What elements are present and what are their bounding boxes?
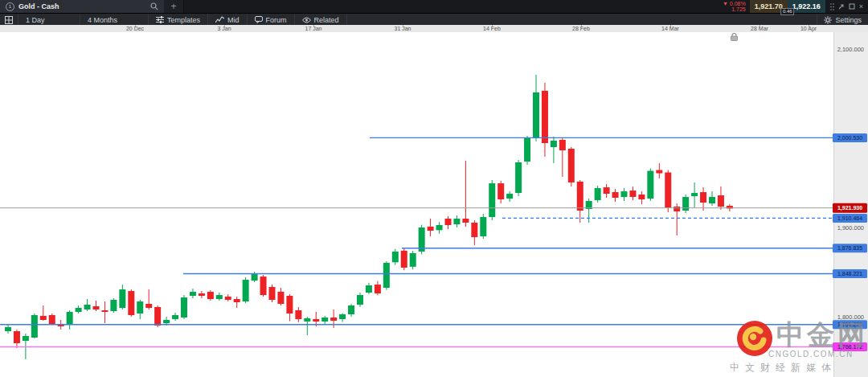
x-axis-tick: 31 Jan (394, 25, 411, 32)
chart-type-button[interactable]: Mid (208, 14, 248, 26)
candle (243, 277, 249, 303)
x-axis-tick: 28 Mar (751, 25, 768, 32)
candle (181, 295, 187, 319)
interval-button[interactable]: 1 Day (18, 14, 80, 26)
x-axis-tick: 10 Apr (800, 25, 817, 32)
chart-number-badge: 1 (6, 2, 14, 11)
maximize-icon[interactable] (849, 3, 855, 10)
price-change: ▼ 0.08% 1.725 (719, 0, 750, 13)
speech-bubble-icon (255, 16, 263, 23)
gear-icon (824, 16, 832, 24)
change-percent: ▼ 0.08% (723, 1, 746, 7)
new-tab-button[interactable]: + (164, 0, 184, 13)
sliders-icon (156, 16, 164, 23)
svg-text:1,921.930: 1,921.930 (837, 205, 862, 211)
svg-text:1,791.276: 1,791.276 (837, 322, 862, 327)
level-price-axis-label: 1,910.464 (833, 214, 867, 223)
level-price-axis-label: 2,000.530 (833, 133, 867, 142)
search-icon[interactable] (150, 2, 158, 10)
candle (524, 136, 530, 165)
svg-text:1,910.464: 1,910.464 (837, 215, 862, 221)
chart-toolbar: 1 Day 4 Months Templates Mid Forum (0, 13, 868, 26)
templates-button[interactable]: Templates (149, 14, 208, 26)
eye-icon (302, 17, 311, 23)
close-icon[interactable]: × (859, 3, 863, 10)
svg-text:1,848.221: 1,848.221 (837, 271, 862, 277)
candle (128, 289, 134, 317)
grid-icon (5, 16, 13, 24)
candle (110, 298, 117, 313)
settings-button[interactable]: Settings (817, 14, 868, 26)
range-button[interactable]: 4 Months (80, 14, 149, 26)
chart-line-icon (215, 16, 224, 23)
x-axis-tick: 17 Jan (305, 25, 321, 32)
candle (154, 305, 161, 327)
popout-icon[interactable] (838, 3, 845, 10)
level-price-axis-label: 1,876.835 (833, 244, 867, 252)
x-axis-tick: 28 Feb (572, 25, 590, 32)
forum-button[interactable]: Forum (248, 14, 295, 26)
window-titlebar: 1 Gold - Cash + ▼ 0.08% 1.725 1,921.70 1… (0, 0, 868, 13)
svg-text:1,876.835: 1,876.835 (837, 245, 862, 251)
candle (489, 180, 495, 220)
candle (410, 251, 416, 269)
svg-text:1,766.172: 1,766.172 (837, 344, 862, 350)
level-price-axis-label: 1,791.276 (833, 320, 867, 329)
candle (682, 195, 689, 213)
instrument-tab[interactable]: 1 Gold - Cash (0, 0, 164, 13)
candle (568, 147, 575, 186)
trading-platform-window: 1 Gold - Cash + ▼ 0.08% 1.725 1,921.70 1… (0, 0, 868, 377)
x-axis-tick: 3 Jan (217, 25, 231, 32)
candle (480, 214, 486, 239)
layout-grid-button[interactable] (0, 14, 18, 26)
window-controls: × (825, 0, 868, 13)
quote-panel: ▼ 0.08% 1.725 1,921.70 1,922.16 0.46 (719, 0, 825, 13)
grip-icon[interactable] (830, 3, 834, 10)
candle (595, 186, 601, 203)
candlestick-chart-canvas[interactable]: 2,100.0001,900.0001,800.0002,000.5301,91… (0, 32, 868, 377)
spread-value: 0.46 (780, 8, 795, 15)
level-price-axis-label: 1,766.172 (833, 342, 867, 351)
svg-text:2,000.530: 2,000.530 (837, 135, 862, 141)
candle (31, 313, 38, 338)
candle (260, 275, 267, 297)
candle (269, 285, 276, 302)
level-price-axis-label: 1,848.221 (833, 269, 867, 278)
candle (665, 170, 671, 213)
x-axis-tick: 14 Mar (661, 25, 679, 32)
change-absolute: 1.725 (731, 6, 746, 13)
related-button[interactable]: Related (295, 14, 347, 26)
candle (419, 225, 425, 255)
padlock-icon (730, 33, 739, 41)
candle (49, 313, 55, 325)
x-axis-tick: 20 Dec (126, 25, 144, 32)
instrument-title: Gold - Cash (18, 2, 59, 10)
candle (383, 261, 390, 290)
y-axis-tick: 1,900.000 (837, 224, 864, 232)
y-axis-tick: 2,100.000 (837, 46, 864, 53)
y-axis-tick: 1,800.000 (837, 313, 864, 321)
candle (401, 248, 407, 271)
current-price-axis-label: 1,921.930 (833, 203, 867, 213)
candle (647, 169, 653, 202)
candle (515, 160, 522, 196)
x-axis-tick: 14 Feb (483, 25, 501, 32)
